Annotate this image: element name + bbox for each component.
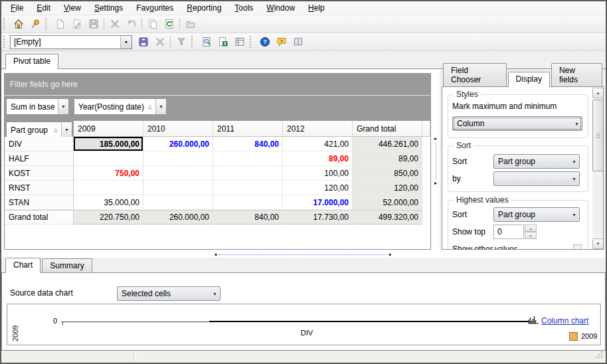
spinner-up-icon[interactable]: ▲ [525,225,537,232]
pivot-cell[interactable]: 52.000,00 [353,195,422,210]
chevron-down-icon[interactable]: ▼ [155,99,166,114]
row-header-rnst[interactable]: RNST [5,181,74,195]
show-top-value[interactable]: 0 [493,225,524,239]
tab-pivot-table[interactable]: Pivot table [5,54,58,69]
pivot-cell[interactable]: 100,00 [283,166,353,181]
filter-fields-area[interactable]: Filter fields go here [5,74,430,95]
pivot-cell[interactable]: 89,00 [353,151,422,166]
show-top-spinner[interactable]: 0 ▲▼ [493,225,537,239]
pivot-cell[interactable] [143,181,213,195]
menu-item-reporting[interactable]: Reporting [180,3,228,13]
chevron-down-icon[interactable]: ▼ [120,36,131,48]
pivot-cell[interactable]: 446.261,00 [353,137,422,151]
source-data-combobox[interactable]: Selected cells ▼ [117,286,220,301]
pivot-cell[interactable]: 840,00 [213,137,283,151]
save-layout-button[interactable] [135,35,151,50]
pivot-cell[interactable]: 120,00 [353,181,422,195]
column-header-grand-total[interactable]: Grand total [353,121,422,137]
pivot-cell[interactable]: 499.320,00 [353,210,422,225]
pivot-cell[interactable] [74,151,143,166]
tab-chart[interactable]: Chart [5,258,41,273]
column-header-2011[interactable]: 2011 [213,121,283,137]
chevron-right-icon[interactable]: ▸ [434,181,437,186]
vertical-splitter[interactable]: ▸ ▸ [432,136,439,186]
column-header-2010[interactable]: 2010 [143,121,213,137]
open-folder-button[interactable] [183,17,198,32]
show-other-values-checkbox[interactable] [573,244,582,250]
pivot-cell[interactable] [213,195,283,210]
pivot-cell[interactable]: 120,00 [283,181,353,195]
menu-item-favourites[interactable]: Favourites [130,3,180,13]
column-header-2012[interactable]: 2012 [283,121,353,137]
refresh-button[interactable] [161,17,177,32]
panel-scrollbar[interactable]: ▲ ▼ [592,88,604,249]
edit-document-button[interactable] [69,17,84,32]
toolbar-grip[interactable] [250,36,254,48]
toolbar-grip[interactable] [191,36,196,48]
pivot-cell[interactable]: 220.750,00 [74,210,143,225]
toolbar-grip[interactable] [3,18,8,30]
mark-max-min-combobox[interactable]: Column ▼ [452,116,582,131]
toolbar-grip[interactable] [3,36,8,48]
scrollbar-thumb[interactable] [592,100,604,171]
resize-grip[interactable] [596,351,603,361]
row-header-stan[interactable]: STAN [5,195,74,210]
help-button[interactable]: ? [257,35,272,50]
delete-layout-button[interactable] [152,35,167,50]
pivot-cell[interactable] [143,195,213,210]
pivot-cell-selected[interactable]: 185.000,00 [74,137,143,151]
row-field-button[interactable]: Part group △ ▼ [6,122,72,138]
menu-item-edit[interactable]: Edit [30,3,57,13]
column-header-2009[interactable]: 2009 [74,121,143,137]
copy-button[interactable] [145,17,160,32]
row-header-div[interactable]: DIV [5,137,74,151]
tab-new-fields[interactable]: New fields [551,63,602,86]
chevron-right-icon[interactable]: ▸ [434,136,437,141]
pivot-cell[interactable] [213,151,283,166]
spinner-down-icon[interactable]: ▼ [525,232,537,239]
row-header-half[interactable]: HALF [5,151,74,166]
delete-button[interactable] [107,17,122,32]
chevron-down-icon[interactable]: ▾ [389,252,391,258]
pivot-cell[interactable] [143,166,213,181]
pivot-cell[interactable] [213,181,283,195]
tab-summary[interactable]: Summary [42,258,92,272]
context-help-button[interactable]: ? [274,35,289,50]
menu-item-view[interactable]: View [57,3,88,13]
scroll-up-icon[interactable]: ▲ [592,88,604,98]
chevron-down-icon[interactable]: ▼ [61,122,72,137]
menu-item-file[interactable]: File [4,3,30,13]
manual-button[interactable] [290,35,305,50]
column-chart-link[interactable]: Column chart [541,316,588,325]
column-field-button[interactable]: Year(Posting date) △ ▼ [74,98,167,115]
pivot-cell[interactable] [213,166,283,181]
pivot-cell[interactable]: 850,00 [353,166,422,181]
pivot-cell[interactable]: 17.000,00 [283,195,353,210]
sort-by-combobox[interactable]: ▼ [493,171,580,186]
highest-sort-combobox[interactable]: Part group ▼ [493,207,580,222]
tab-field-chooser[interactable]: Field Chooser [443,63,507,86]
scroll-down-icon[interactable]: ▼ [592,238,604,249]
menu-item-window[interactable]: Window [260,3,302,13]
home-button[interactable] [11,17,26,32]
undo-button[interactable] [124,17,139,32]
new-document-button[interactable] [52,17,68,32]
row-header-grand-total[interactable]: Grand total [5,210,74,225]
export-excel-button[interactable]: X [215,35,230,50]
pivot-cell[interactable]: 750,00 [74,166,143,181]
row-header-kost[interactable]: KOST [5,166,74,181]
pivot-cell[interactable]: 260.000,00 [143,137,213,151]
layout-combobox[interactable]: [Empty] ▼ [10,35,132,49]
menu-item-help[interactable]: Help [302,3,331,13]
print-preview-button[interactable] [199,35,214,50]
data-field-button[interactable]: Sum in base cu ▼ [6,98,69,115]
chevron-down-icon[interactable]: ▼ [58,99,68,114]
pivot-cell[interactable]: 89,00 [283,151,353,166]
toolbar-grip[interactable] [45,18,50,30]
menu-item-tools[interactable]: Tools [228,3,260,13]
pivot-cell[interactable]: 260.000,00 [143,210,213,225]
pivot-cell[interactable] [143,151,213,166]
pin-button[interactable] [27,17,43,32]
column-chart-icon[interactable] [527,314,539,327]
sort-combobox[interactable]: Part group ▼ [493,154,580,169]
